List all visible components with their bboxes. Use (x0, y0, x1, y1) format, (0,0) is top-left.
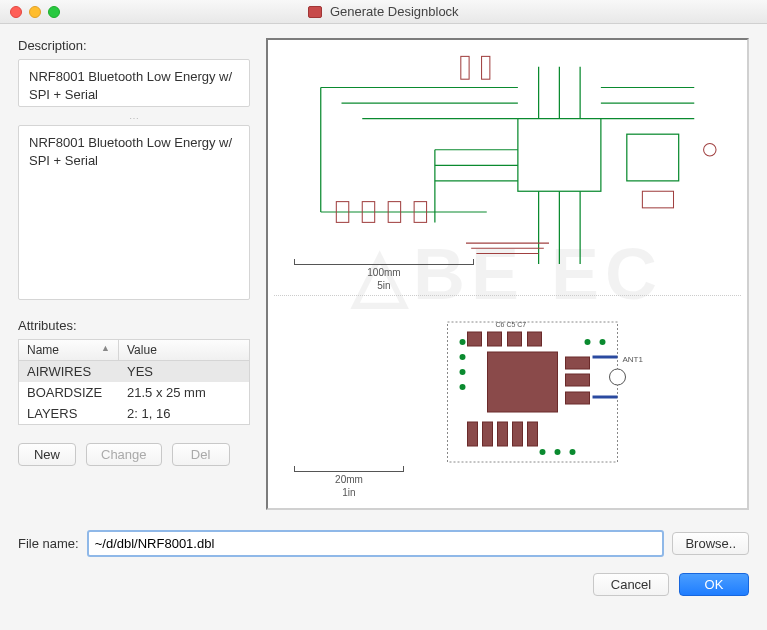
svg-rect-0 (518, 119, 601, 192)
svg-text:C6 C5 C7: C6 C5 C7 (496, 321, 527, 328)
svg-point-48 (460, 384, 466, 390)
browse-button[interactable]: Browse.. (672, 532, 749, 555)
svg-rect-41 (528, 422, 538, 446)
col-name: Name (27, 343, 59, 357)
svg-point-30 (704, 144, 716, 156)
description-label: Description: (18, 38, 250, 53)
attr-value: YES (119, 361, 249, 382)
preview-pane: △BE EC (266, 38, 749, 510)
attr-name: AIRWIRES (19, 361, 119, 382)
svg-rect-40 (513, 422, 523, 446)
svg-rect-26 (642, 191, 673, 208)
svg-point-56 (610, 369, 626, 385)
svg-rect-42 (566, 357, 590, 369)
svg-rect-35 (508, 332, 522, 346)
svg-rect-24 (461, 56, 469, 79)
svg-point-45 (460, 339, 466, 345)
svg-rect-33 (468, 332, 482, 346)
table-row[interactable]: LAYERS 2: 1, 16 (19, 403, 249, 424)
schem-ruler-mm: 100mm (367, 267, 400, 278)
attr-name: LAYERS (19, 403, 119, 424)
schematic-preview: 100mm 5in (274, 46, 741, 296)
titlebar: Generate Designblock (0, 0, 767, 24)
app-icon (308, 6, 322, 18)
table-row[interactable]: AIRWIRES YES (19, 361, 249, 382)
attr-value: 21.5 x 25 mm (119, 382, 249, 403)
description-short[interactable]: NRF8001 Bluetooth Low Energy w/ SPI + Se… (18, 59, 250, 107)
cancel-button[interactable]: Cancel (593, 573, 669, 596)
filename-input[interactable] (87, 530, 665, 557)
svg-rect-39 (498, 422, 508, 446)
change-button[interactable]: Change (86, 443, 162, 466)
attr-value: 2: 1, 16 (119, 403, 249, 424)
svg-point-49 (585, 339, 591, 345)
new-button[interactable]: New (18, 443, 76, 466)
svg-rect-43 (566, 374, 590, 386)
del-button[interactable]: Del (172, 443, 230, 466)
svg-rect-44 (566, 392, 590, 404)
filename-label: File name: (18, 536, 79, 551)
svg-point-47 (460, 369, 466, 375)
svg-rect-34 (488, 332, 502, 346)
svg-point-53 (570, 449, 576, 455)
svg-point-51 (540, 449, 546, 455)
svg-rect-38 (483, 422, 493, 446)
col-value: Value (119, 340, 249, 360)
pcb-ruler-mm: 20mm (335, 474, 363, 485)
ok-button[interactable]: OK (679, 573, 749, 596)
attributes-table: Name▲ Value AIRWIRES YES BOARDSIZE 21.5 … (18, 339, 250, 425)
svg-point-52 (555, 449, 561, 455)
window-title-text: Generate Designblock (330, 4, 459, 19)
svg-point-50 (600, 339, 606, 345)
svg-point-46 (460, 354, 466, 360)
schem-ruler-in: 5in (377, 280, 390, 291)
pcb-preview: ANT1 C6 C5 C7 20mm 1in (274, 302, 741, 502)
attributes-header[interactable]: Name▲ Value (19, 340, 249, 361)
pcb-ruler-in: 1in (342, 487, 355, 498)
window-title: Generate Designblock (0, 4, 767, 19)
table-row[interactable]: BOARDSIZE 21.5 x 25 mm (19, 382, 249, 403)
attr-name: BOARDSIZE (19, 382, 119, 403)
svg-text:ANT1: ANT1 (623, 355, 644, 364)
svg-rect-32 (488, 352, 558, 412)
svg-rect-37 (468, 422, 478, 446)
attributes-label: Attributes: (18, 318, 250, 333)
splitter-icon[interactable]: ⋯ (18, 115, 250, 125)
description-long[interactable]: NRF8001 Bluetooth Low Energy w/ SPI + Se… (18, 125, 250, 300)
sort-asc-icon: ▲ (101, 343, 110, 353)
svg-rect-36 (528, 332, 542, 346)
svg-rect-25 (482, 56, 490, 79)
svg-rect-1 (627, 134, 679, 181)
